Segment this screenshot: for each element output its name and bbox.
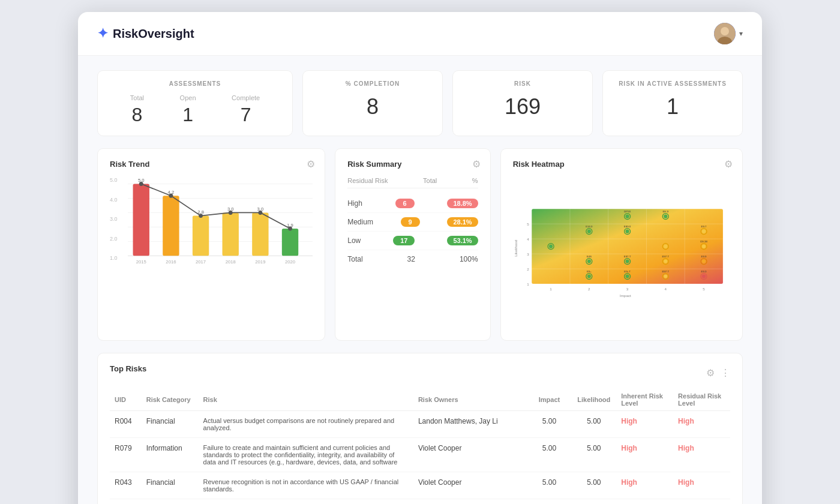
high-label: High bbox=[347, 199, 362, 208]
total-count: 32 bbox=[407, 255, 415, 263]
svg-text:2016: 2016 bbox=[166, 259, 176, 265]
col-header-owners: Risk Owners bbox=[413, 389, 527, 411]
heatmap-dot-fill bbox=[664, 215, 667, 218]
col-header-residual: Residual Risk Level bbox=[673, 389, 730, 411]
col-header-uid: UID bbox=[110, 389, 142, 411]
medium-count: 9 bbox=[401, 217, 420, 227]
cell-uid: R079 bbox=[110, 438, 142, 472]
svg-text:5: 5 bbox=[703, 287, 705, 291]
col-total: Total bbox=[423, 177, 437, 184]
app-name: RiskOversight bbox=[113, 27, 194, 41]
high-pct: 18.8% bbox=[447, 199, 478, 208]
bar-2016 bbox=[163, 196, 179, 256]
cell-impact: 5.00 bbox=[527, 472, 572, 499]
cell-risk: Responsibility for the security program … bbox=[199, 499, 413, 505]
bar-2017 bbox=[193, 216, 209, 256]
svg-text:1: 1 bbox=[527, 282, 529, 286]
svg-text:3: 3 bbox=[527, 252, 529, 256]
kpi-risk-active-title: RISK IN ACTIVE ASSESSMENTS bbox=[617, 80, 728, 87]
kpi-risk-title: RISK bbox=[467, 80, 578, 87]
table-row: R108 Strategic Responsibility for the se… bbox=[110, 499, 730, 505]
trend-dot-2020 bbox=[288, 227, 292, 231]
kpi-completion-title: % COMPLETION bbox=[317, 80, 428, 87]
svg-text:D9.38: D9.38 bbox=[700, 240, 707, 243]
svg-text:E9+T: E9+T bbox=[624, 270, 631, 273]
svg-text:2019: 2019 bbox=[255, 259, 265, 265]
col-pct: % bbox=[472, 177, 478, 184]
risk-summary-gear-icon[interactable]: ⚙ bbox=[472, 158, 481, 170]
kpi-risk-active: RISK IN ACTIVE ASSESSMENTS 1 bbox=[602, 70, 743, 136]
cell-inherent-level: High bbox=[616, 499, 673, 505]
cell-residual-level: High bbox=[673, 472, 730, 499]
heatmap-gear-icon[interactable]: ⚙ bbox=[724, 158, 733, 170]
app-window: ✦ RiskOversight ▾ ASSESSMENTS Tot bbox=[78, 12, 762, 504]
chevron-down-icon: ▾ bbox=[739, 29, 743, 38]
col-residual: Residual Risk bbox=[347, 177, 388, 184]
trend-dot-2016 bbox=[169, 194, 173, 198]
risk-row-high: High 6 18.8% bbox=[347, 194, 478, 213]
table-menu-icon[interactable]: ⋮ bbox=[721, 367, 730, 379]
heatmap-svg: Likelihood Impact 1 2 3 4 5 1 2 3 4 bbox=[513, 177, 730, 327]
kpi-total-label: Total bbox=[130, 94, 144, 101]
trend-dot-2019 bbox=[258, 211, 262, 215]
risk-trend-title: Risk Trend bbox=[110, 160, 313, 169]
low-pct: 53.1% bbox=[447, 236, 478, 245]
svg-text:Impact: Impact bbox=[620, 293, 631, 298]
table-gear-icon[interactable]: ⚙ bbox=[706, 367, 715, 379]
cell-owners: Violet Cooper bbox=[413, 472, 527, 499]
kpi-risk: RISK 169 bbox=[452, 70, 593, 136]
cell-risk: Revenue recognition is not in accordance… bbox=[199, 472, 413, 499]
cell-inherent-level: High bbox=[616, 411, 673, 438]
heatmap-dot-fill bbox=[664, 274, 667, 278]
svg-text:2017: 2017 bbox=[196, 259, 206, 265]
cell-risk: Actual versus budget comparisons are not… bbox=[199, 411, 413, 438]
col-header-risk: Risk bbox=[199, 389, 413, 411]
kpi-risk-active-value-wrap: 1 bbox=[617, 94, 728, 119]
risk-total-row: Total 32 100% bbox=[347, 250, 478, 263]
bar-2020 bbox=[282, 229, 298, 256]
trend-dot-2018 bbox=[229, 211, 233, 215]
bar-2015 bbox=[133, 184, 149, 256]
svg-text:E16.0: E16.0 bbox=[586, 225, 593, 228]
kpi-completion: % COMPLETION 8 bbox=[302, 70, 443, 136]
svg-point-1 bbox=[721, 27, 729, 35]
bar-2019 bbox=[252, 212, 268, 256]
avatar bbox=[714, 23, 736, 44]
heatmap-svg-wrap: Likelihood Impact 1 2 3 4 5 1 2 3 4 bbox=[513, 177, 730, 329]
high-count: 6 bbox=[395, 199, 415, 208]
risk-trend-gear-icon[interactable]: ⚙ bbox=[307, 158, 315, 170]
heatmap-dot-fill bbox=[625, 215, 629, 218]
risk-summary-card: Risk Summary ⚙ Residual Risk Total % Hig… bbox=[335, 148, 490, 341]
svg-text:2015: 2015 bbox=[136, 259, 146, 265]
bottom-row: Risk Trend ⚙ 5.0 4.0 3.0 2.0 1.0 bbox=[97, 148, 743, 341]
svg-text:5: 5 bbox=[527, 222, 529, 226]
svg-text:E9.3: E9.3 bbox=[701, 270, 707, 273]
logo-icon: ✦ bbox=[97, 26, 108, 41]
cell-category: Financial bbox=[142, 472, 199, 499]
kpi-total-group: Total 8 bbox=[130, 94, 144, 126]
heatmap-dot-fill bbox=[587, 259, 590, 263]
svg-text:DP93: DP93 bbox=[624, 210, 631, 213]
top-risks-title: Top Risks bbox=[110, 364, 146, 373]
medium-label: Medium bbox=[347, 218, 373, 226]
heatmap-dot-fill bbox=[702, 230, 706, 233]
trend-dot-2017 bbox=[199, 214, 203, 218]
svg-text:E9+: E9+ bbox=[587, 270, 592, 273]
col-header-impact: Impact bbox=[527, 389, 572, 411]
heatmap-dot-fill bbox=[587, 230, 590, 233]
heatmap-dot-fill bbox=[625, 259, 629, 263]
table-row: R004 Financial Actual versus budget comp… bbox=[110, 411, 730, 438]
cell-inherent-level: High bbox=[616, 472, 673, 499]
kpi-complete-value: 7 bbox=[232, 104, 260, 126]
col-header-category: Risk Category bbox=[142, 389, 199, 411]
cell-inherent-level: High bbox=[616, 438, 673, 472]
svg-text:E97.T: E97.T bbox=[623, 255, 631, 258]
cell-category: Strategic bbox=[142, 499, 199, 505]
heatmap-dot-fill bbox=[702, 245, 706, 248]
svg-text:2018: 2018 bbox=[226, 259, 236, 265]
heatmap-title: Risk Heatmap bbox=[513, 160, 730, 169]
user-menu[interactable]: ▾ bbox=[714, 23, 743, 44]
heatmap-dot-fill bbox=[625, 230, 629, 233]
kpi-risk-value-wrap: 169 bbox=[467, 94, 578, 119]
svg-text:E9.7: E9.7 bbox=[701, 225, 707, 228]
